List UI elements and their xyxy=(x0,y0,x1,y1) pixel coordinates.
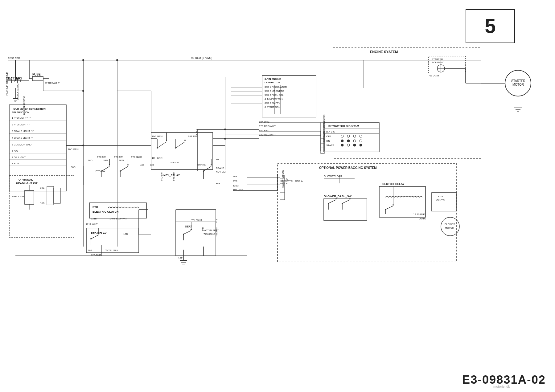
svg-text:55 YEL/BLK: 55 YEL/BLK xyxy=(105,249,118,252)
svg-point-82 xyxy=(175,147,176,149)
svg-text:44B: 44B xyxy=(202,227,204,231)
svg-text:OFF: OFF xyxy=(326,135,331,138)
svg-text:30A YEL: 30A YEL xyxy=(170,161,180,164)
svg-text:BLOWER: BLOWER xyxy=(445,223,455,226)
svg-text:38D: 38D xyxy=(88,159,92,162)
svg-text:HEADLIGHT KIT: HEADLIGHT KIT xyxy=(16,182,38,185)
svg-text:98K    3  FUEL SOL: 98K 3 FUEL SOL xyxy=(265,94,284,96)
svg-text:SOLENOID: SOLENOID xyxy=(432,61,445,64)
svg-text:92/93 RED: 92/93 RED xyxy=(8,57,20,59)
svg-text:PTO SW: PTO SW xyxy=(114,156,123,158)
svg-point-124 xyxy=(353,144,356,146)
svg-line-134 xyxy=(102,166,109,171)
svg-text:10G GRN: 10G GRN xyxy=(152,135,162,138)
svg-text:30C: 30C xyxy=(216,158,220,161)
svg-text:AUTO: AUTO xyxy=(419,217,426,220)
svg-point-256 xyxy=(116,59,118,61)
svg-text:97 RED/WHT: 97 RED/WHT xyxy=(45,82,60,84)
svg-text:FUSE: FUSE xyxy=(32,73,41,76)
svg-text:B: B xyxy=(286,182,288,185)
svg-text:KEYSWITCH CONNECTOR: KEYSWITCH CONNECTOR xyxy=(323,114,325,142)
svg-text:motorist.dk: motorist.dk xyxy=(493,385,510,388)
svg-text:MOTOR: MOTOR xyxy=(445,227,454,229)
svg-line-139 xyxy=(120,166,128,171)
svg-text:3    BRAKE LIGHT "+": 3 BRAKE LIGHT "+" xyxy=(12,130,34,133)
svg-line-171 xyxy=(91,235,99,239)
svg-text:92C RED/WHT: 92C RED/WHT xyxy=(259,133,276,136)
svg-line-203 xyxy=(342,200,350,203)
svg-point-252 xyxy=(82,90,84,92)
diagram-container: 5 E3-09831A-02 ENGINE SYSTEM STARTER SOL… xyxy=(0,0,555,392)
svg-line-81 xyxy=(176,142,185,148)
svg-rect-207 xyxy=(379,186,426,217)
svg-text:PIN  FUNCTION: PIN FUNCTION xyxy=(12,111,29,114)
svg-text:CLUTCH: CLUTCH xyxy=(436,199,446,202)
svg-point-254 xyxy=(224,138,226,140)
svg-text:72C: 72C xyxy=(150,164,154,166)
svg-text:48W: 48W xyxy=(119,159,124,162)
svg-text:98E: 98E xyxy=(40,186,44,189)
svg-text:1    PTO LIGHT "+": 1 PTO LIGHT "+" xyxy=(12,116,31,119)
svg-text:KEY_RELAY: KEY_RELAY xyxy=(163,174,180,177)
svg-point-77 xyxy=(157,147,158,149)
svg-line-209 xyxy=(385,206,393,210)
svg-point-183 xyxy=(183,234,184,235)
svg-text:PTO SW: PTO SW xyxy=(173,172,175,181)
svg-text:140B BLU/WHT: 140B BLU/WHT xyxy=(109,217,127,220)
svg-line-182 xyxy=(183,231,191,234)
svg-text:8    RUN: 8 RUN xyxy=(12,162,19,165)
svg-text:KEYSWITCH GND: KEYSWITCH GND xyxy=(282,170,284,188)
svg-text:140B: 140B xyxy=(137,156,142,158)
svg-text:ON: ON xyxy=(326,140,330,142)
svg-text:PTO SW: PTO SW xyxy=(97,156,106,158)
svg-text:98F: 98F xyxy=(88,249,92,252)
svg-text:PTO SW: PTO SW xyxy=(96,170,105,173)
svg-point-117 xyxy=(360,135,362,137)
svg-text:10A GRN (18 AWG): 10A GRN (18 AWG) xyxy=(23,96,25,115)
svg-rect-179 xyxy=(176,222,216,256)
svg-line-149 xyxy=(204,166,211,171)
svg-text:121C: 121C xyxy=(233,184,239,187)
svg-text:725-04169: 725-04169 xyxy=(429,75,439,77)
svg-text:ENGINE GROUND: ENGINE GROUND xyxy=(6,71,9,96)
svg-point-118 xyxy=(341,140,343,142)
svg-text:BRAKE: BRAKE xyxy=(197,163,206,166)
svg-text:98A RED: 98A RED xyxy=(259,129,269,132)
svg-text:18F: 18F xyxy=(178,257,183,259)
svg-text:93 RED (8 AWG): 93 RED (8 AWG) xyxy=(191,56,212,59)
svg-text:131 BLK (8 AWG): 131 BLK (8 AWG) xyxy=(17,83,19,100)
svg-point-135 xyxy=(101,170,102,172)
svg-text:10B: 10B xyxy=(40,202,44,205)
svg-text:PTO SW: PTO SW xyxy=(161,172,163,181)
svg-text:4    BRAKE LIGHT "-": 4 BRAKE LIGHT "-" xyxy=(12,137,33,139)
svg-text:10D: 10D xyxy=(123,233,128,235)
svg-text:YEL/WHT: YEL/WHT xyxy=(191,219,202,222)
svg-text:CLUTCH_RELAY: CLUTCH_RELAY xyxy=(382,182,405,186)
svg-rect-50 xyxy=(9,176,74,237)
svg-rect-19 xyxy=(32,76,43,81)
svg-text:88B: 88B xyxy=(216,182,220,185)
svg-point-200 xyxy=(328,203,329,204)
svg-text:BRAKE: BRAKE xyxy=(216,167,224,169)
svg-text:97B RED/WHT: 97B RED/WHT xyxy=(259,125,276,128)
svg-text:PTO: PTO xyxy=(92,206,98,209)
svg-line-76 xyxy=(157,142,166,148)
svg-point-116 xyxy=(353,135,356,137)
svg-text:6  START SOL: 6 START SOL xyxy=(265,106,280,108)
svg-text:STARTER: STARTER xyxy=(511,79,525,83)
svg-text:OPTIONAL POWER BAGGING SYSTEM: OPTIONAL POWER BAGGING SYSTEM xyxy=(319,166,377,169)
svg-text:OPTIONAL: OPTIONAL xyxy=(18,178,33,181)
svg-point-210 xyxy=(385,209,386,210)
svg-line-199 xyxy=(328,200,336,203)
svg-text:6    N/C: 6 N/C xyxy=(12,149,18,152)
svg-rect-60 xyxy=(54,188,60,203)
svg-text:HEADLIGHT: HEADLIGHT xyxy=(12,195,26,198)
svg-text:68B    5  EMPTY: 68B 5 EMPTY xyxy=(265,102,280,104)
svg-text:10C GRN: 10C GRN xyxy=(68,148,79,151)
svg-point-114 xyxy=(341,135,343,137)
svg-text:38B    1  REGULATOR: 38B 1 REGULATOR xyxy=(265,86,287,88)
svg-text:KEYSWITCH DIAGRAM: KEYSWITCH DIAGRAM xyxy=(328,125,359,128)
svg-text:ELECTRIC CLUTCH: ELECTRIC CLUTCH xyxy=(92,210,119,213)
svg-text:A: A xyxy=(286,178,288,180)
svg-point-150 xyxy=(203,170,204,172)
